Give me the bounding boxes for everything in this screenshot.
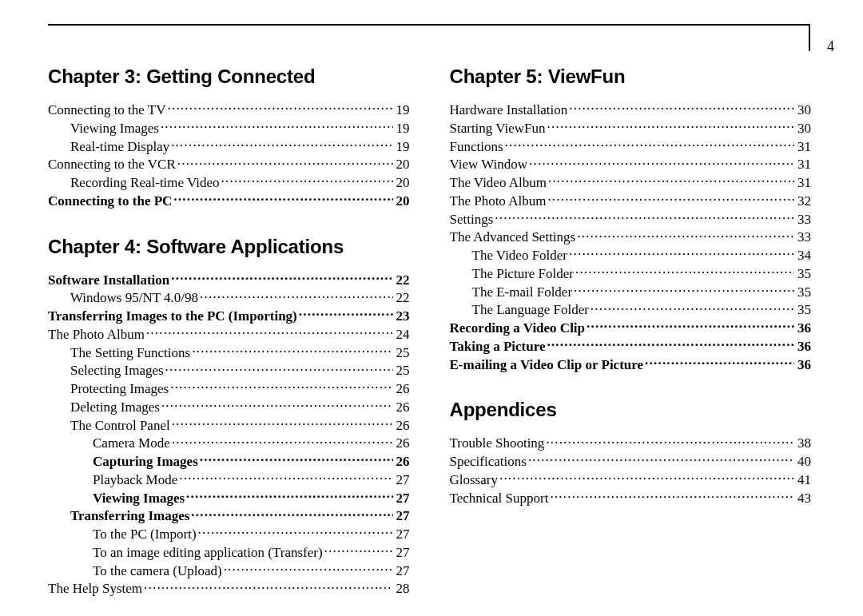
toc-entry: To the PC (Import)27 bbox=[48, 525, 410, 543]
toc-entry-label: To an image editing application (Transfe… bbox=[93, 544, 323, 562]
toc-dot-leader bbox=[499, 471, 794, 484]
toc-entry: The Control Panel26 bbox=[48, 416, 410, 435]
chapter-title: Chapter 3: Getting Connected bbox=[48, 66, 410, 88]
toc-entry-label: Starting ViewFun bbox=[450, 120, 546, 137]
toc-entry-label: Hardware Installation bbox=[450, 101, 568, 119]
toc-entry-label: The Advanced Settings bbox=[450, 229, 576, 246]
toc-entry-page: 19 bbox=[396, 101, 410, 119]
toc-entry-page: 22 bbox=[396, 289, 410, 307]
toc-entry-label: Settings bbox=[450, 211, 494, 229]
chapter-block: Chapter 3: Getting ConnectedConnecting t… bbox=[48, 66, 410, 210]
toc-entry-page: 20 bbox=[396, 174, 410, 192]
toc-entry: Functions31 bbox=[450, 137, 812, 156]
toc-dot-leader bbox=[591, 300, 794, 314]
toc-dot-leader bbox=[191, 507, 392, 520]
toc-entry-page: 30 bbox=[797, 101, 811, 119]
toc-entry-page: 36 bbox=[797, 338, 811, 356]
toc-entry: Taking a Picture36 bbox=[450, 337, 812, 356]
toc-entry-label: Viewing Images bbox=[93, 490, 185, 507]
toc-entry: Viewing Images19 bbox=[48, 119, 410, 137]
toc-entry: The Help System28 bbox=[48, 579, 410, 598]
toc-entry: Selecting Images25 bbox=[48, 361, 410, 380]
toc-entry-page: 27 bbox=[396, 490, 410, 507]
toc-entry-page: 19 bbox=[396, 138, 410, 156]
toc-entry: Hardware Installation30 bbox=[450, 101, 812, 119]
toc-dot-leader bbox=[299, 307, 393, 320]
toc-entry-label: Transferring Images bbox=[70, 507, 189, 525]
toc-entry: Connecting to the TV19 bbox=[48, 101, 410, 119]
toc-entry: Camera Mode26 bbox=[48, 434, 410, 452]
toc-dot-leader bbox=[200, 452, 393, 466]
toc-entry-label: Camera Mode bbox=[93, 435, 170, 452]
toc-entry: Starting ViewFun30 bbox=[450, 119, 812, 137]
toc-dot-leader bbox=[170, 380, 392, 393]
toc-dot-leader bbox=[577, 228, 794, 241]
toc-dot-leader bbox=[172, 434, 393, 447]
toc-dot-leader bbox=[224, 562, 393, 575]
toc-dot-leader bbox=[529, 155, 794, 169]
toc-column-right: Chapter 5: ViewFunHardware Installation3… bbox=[450, 66, 812, 598]
toc-entry-page: 36 bbox=[797, 356, 811, 374]
toc-entry: To an image editing application (Transfe… bbox=[48, 543, 410, 562]
toc-entry-label: Playback Mode bbox=[93, 471, 177, 489]
toc-entry: Settings33 bbox=[450, 210, 812, 229]
toc-dot-leader bbox=[167, 101, 392, 114]
toc-entry-page: 27 bbox=[396, 471, 410, 489]
toc-dot-leader bbox=[192, 344, 392, 357]
toc-entry-page: 26 bbox=[396, 417, 410, 435]
toc-dot-leader bbox=[177, 155, 393, 169]
toc-entry: Connecting to the PC20 bbox=[48, 192, 410, 210]
toc-entry-label: Software Installation bbox=[48, 272, 169, 289]
toc-entry: The E-mail Folder35 bbox=[450, 283, 812, 301]
toc-entry: Viewing Images27 bbox=[48, 489, 410, 507]
toc-entry-page: 24 bbox=[396, 326, 410, 344]
toc-entry-label: Technical Support bbox=[450, 490, 549, 507]
chapter-title: Chapter 4: Software Applications bbox=[48, 236, 410, 258]
toc-entry-label: The Help System bbox=[48, 580, 142, 598]
toc-dot-leader bbox=[171, 137, 392, 151]
toc-dot-leader bbox=[186, 489, 392, 503]
toc-entry: Capturing Images26 bbox=[48, 452, 410, 471]
toc-entry-label: Recording a Video Clip bbox=[450, 320, 586, 337]
toc-dot-leader bbox=[528, 452, 794, 466]
chapter-title: Appendices bbox=[450, 399, 812, 421]
toc-entry-label: To the camera (Upload) bbox=[93, 562, 222, 580]
toc-dot-leader bbox=[550, 489, 794, 503]
toc-entry: The Video Album31 bbox=[450, 173, 812, 192]
toc-entry-label: View Window bbox=[450, 156, 528, 173]
toc-entry-label: The E-mail Folder bbox=[472, 284, 573, 301]
toc-dot-leader bbox=[547, 119, 794, 133]
toc-entry-label: The Picture Folder bbox=[472, 265, 574, 283]
toc-entry: E-mailing a Video Clip or Picture36 bbox=[450, 356, 812, 374]
toc-dot-leader bbox=[505, 137, 794, 151]
toc-entry-page: 35 bbox=[797, 301, 811, 319]
toc-entry-label: Connecting to the TV bbox=[48, 101, 165, 119]
toc-dot-leader bbox=[548, 173, 794, 187]
toc-entry-label: The Video Album bbox=[450, 174, 547, 192]
toc-entry-page: 38 bbox=[797, 435, 811, 452]
toc-entry-page: 32 bbox=[797, 193, 811, 210]
toc-entry-page: 35 bbox=[797, 284, 811, 301]
toc-dot-leader bbox=[171, 271, 392, 284]
toc-dot-leader bbox=[546, 434, 794, 447]
header-rule-horizontal bbox=[48, 24, 810, 26]
toc-entry: Recording a Video Clip36 bbox=[450, 319, 812, 337]
chapter-block: Chapter 4: Software ApplicationsSoftware… bbox=[48, 236, 410, 598]
toc-dot-leader bbox=[569, 101, 794, 114]
toc-dot-leader bbox=[547, 192, 794, 205]
toc-column-left: Chapter 3: Getting ConnectedConnecting t… bbox=[48, 66, 410, 598]
toc-entry-label: Specifications bbox=[450, 453, 527, 471]
toc-entry-label: The Video Folder bbox=[472, 247, 568, 264]
toc-dot-leader bbox=[165, 361, 393, 375]
toc-entry-page: 31 bbox=[797, 174, 811, 192]
toc-entry-page: 35 bbox=[797, 265, 811, 283]
toc-entry-label: The Language Folder bbox=[472, 301, 589, 319]
toc-entry-page: 26 bbox=[396, 380, 410, 398]
toc-entry-page: 33 bbox=[797, 229, 811, 246]
toc-entry: Protecting Images26 bbox=[48, 380, 410, 398]
page-number: 4 bbox=[827, 38, 834, 55]
toc-entry: Playback Mode27 bbox=[48, 471, 410, 489]
toc-entry-page: 40 bbox=[797, 453, 811, 471]
chapter-title: Chapter 5: ViewFun bbox=[450, 66, 812, 88]
toc-entry-label: Trouble Shooting bbox=[450, 435, 545, 452]
